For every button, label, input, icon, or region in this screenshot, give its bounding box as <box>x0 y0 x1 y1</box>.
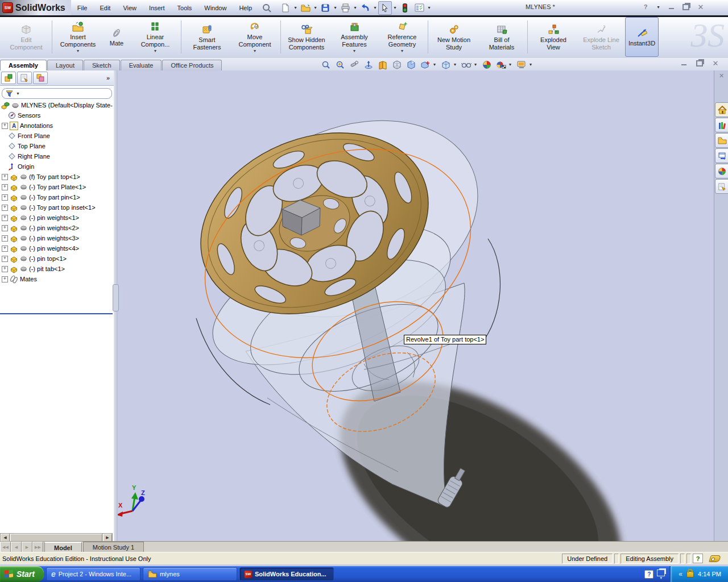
assembly-features-caret[interactable]: ▾ <box>353 48 355 53</box>
display-style-caret[interactable]: ▾ <box>474 62 479 67</box>
open-button[interactable] <box>299 1 312 15</box>
new-dropdown-caret[interactable]: ▾ <box>293 5 298 10</box>
doc-close-button[interactable]: ✕ <box>711 59 720 67</box>
expand-toggle[interactable]: + <box>2 246 8 252</box>
new-motion-study-button[interactable]: New Motion Study <box>430 17 478 57</box>
restore-button[interactable] <box>681 3 690 11</box>
linear-pattern-caret[interactable]: ▾ <box>154 48 156 53</box>
tree-row-sensors[interactable]: Sensors <box>8 110 40 120</box>
tree-row-origin[interactable]: Origin <box>8 161 34 172</box>
normal-to-icon[interactable] <box>362 59 375 70</box>
design-library-tab[interactable] <box>715 118 728 132</box>
show-hidden-components-button[interactable]: Show Hidden Components <box>283 17 330 57</box>
quick-tips-icon[interactable]: ? <box>693 554 703 563</box>
tree-row-right-plane[interactable]: Right Plane <box>8 151 50 161</box>
tree-row-component[interactable]: + (f) Toy part top<1> <box>0 172 80 182</box>
graphics-viewport[interactable]: X Y Z <box>118 70 714 541</box>
insert-components-caret[interactable]: ▾ <box>77 48 79 53</box>
reference-geometry-caret[interactable]: ▾ <box>401 48 403 53</box>
expand-toggle[interactable]: + <box>2 174 8 180</box>
reference-geometry-button[interactable]: Reference Geometry ▾ <box>378 17 426 57</box>
assembly-features-button[interactable]: Assembly Features ▾ <box>330 17 378 57</box>
magnified-selection-icon[interactable] <box>348 59 361 70</box>
tree-row-front-plane[interactable]: Front Plane <box>8 131 50 141</box>
move-component-button[interactable]: Move Component ▾ <box>231 17 279 57</box>
insert-components-button[interactable]: Insert Components ▾ <box>54 17 102 57</box>
tab-office-products[interactable]: Office Products <box>162 60 222 70</box>
expand-toggle[interactable]: + <box>2 123 8 129</box>
tree-row-component[interactable]: + (-) pin weights<3> <box>0 233 79 243</box>
filter-caret[interactable]: ▾ <box>15 91 20 96</box>
expand-toggle[interactable]: + <box>2 235 8 242</box>
tab-layout[interactable]: Layout <box>47 60 83 70</box>
camera-view-caret[interactable]: ▾ <box>530 62 534 67</box>
tree-row-component[interactable]: + (-) pin top<1> <box>0 253 67 264</box>
tree-row-component[interactable]: + (-) pin weights<1> <box>0 213 79 223</box>
camera-view-icon[interactable] <box>515 59 528 70</box>
edit-component-button[interactable]: Edit Component <box>2 17 50 57</box>
doc-restore-button[interactable] <box>695 59 704 67</box>
file-explorer-tab[interactable] <box>715 133 728 148</box>
next-tab-arrow[interactable]: ▶ <box>22 542 32 552</box>
help-notification-icon[interactable]: ? <box>644 570 653 579</box>
select-tool-button[interactable] <box>378 1 392 15</box>
prev-tab-arrow[interactable]: ◀ <box>11 542 22 552</box>
help-dropdown-caret[interactable]: ▾ <box>656 5 661 10</box>
start-button[interactable]: Start <box>0 566 44 582</box>
apply-scene-icon[interactable] <box>481 59 493 70</box>
tab-assembly[interactable]: Assembly <box>0 60 47 70</box>
featuremanager-tab[interactable] <box>1 72 16 84</box>
taskbar-item-mlynes-folder[interactable]: mlynes <box>143 567 237 581</box>
bill-of-materials-button[interactable]: Bill of Materials <box>478 17 526 57</box>
tree-row-annotations[interactable]: + A Annotations <box>0 120 53 131</box>
search-icon[interactable] <box>262 3 272 13</box>
menu-insert[interactable]: Insert <box>143 3 171 13</box>
expand-toggle[interactable]: + <box>2 205 8 211</box>
expand-toggle[interactable]: + <box>2 194 8 201</box>
lock-tray-icon[interactable] <box>686 571 694 577</box>
view-orientation-icon[interactable] <box>440 59 452 70</box>
home-tab[interactable] <box>715 102 728 117</box>
tree-row-component[interactable]: + (-) pit tab<1> <box>0 264 65 274</box>
tree-row-component[interactable]: + (-) Toy part top inset<1> <box>0 202 96 213</box>
tree-row-component[interactable]: + (-) Toy part Plate<1> <box>0 182 86 192</box>
close-button[interactable]: ✕ <box>696 3 705 11</box>
view-orientation-caret[interactable]: ▾ <box>454 62 458 67</box>
first-tab-arrow[interactable]: ◀◀ <box>0 542 11 552</box>
model-tab[interactable]: Model <box>44 542 82 552</box>
view-settings-caret[interactable]: ▾ <box>509 62 514 67</box>
splitter-grip[interactable] <box>113 284 119 311</box>
display-style-icon[interactable] <box>460 59 473 70</box>
tree-row-top-plane[interactable]: Top Plane <box>8 141 46 151</box>
section-view-icon[interactable] <box>377 59 389 70</box>
wireframe-icon[interactable] <box>391 59 403 70</box>
hide-show-items-caret[interactable]: ▾ <box>433 62 438 67</box>
exploded-view-button[interactable]: Exploded View <box>530 17 577 57</box>
hide-show-items-icon[interactable] <box>419 59 432 70</box>
menu-help[interactable]: Help <box>233 3 258 13</box>
expand-toggle[interactable]: + <box>2 184 8 190</box>
taskbar-item-solidworks[interactable]: SW SolidWorks Education... <box>239 567 334 581</box>
move-component-caret[interactable]: ▾ <box>254 48 256 53</box>
custom-properties-tab[interactable] <box>715 179 728 194</box>
configurationmanager-tab[interactable] <box>33 72 48 84</box>
undo-dropdown-caret[interactable]: ▾ <box>373 5 378 10</box>
shaded-view-icon[interactable] <box>405 59 417 70</box>
scrollbar-thumb[interactable] <box>10 534 102 542</box>
explode-line-sketch-button[interactable]: Explode Line Sketch <box>577 17 625 57</box>
minimize-button[interactable] <box>667 3 676 11</box>
smart-fasteners-button[interactable]: Smart Fasteners <box>183 17 231 57</box>
last-tab-arrow[interactable]: ▶▶ <box>32 542 43 552</box>
tree-row-root[interactable]: MLYNES (Default<Display State- <box>1 100 113 110</box>
tree-row-component[interactable]: + (-) pin weights<4> <box>0 243 79 253</box>
motion-study-tab[interactable]: Motion Study 1 <box>83 542 144 552</box>
expand-toggle[interactable]: + <box>2 266 8 272</box>
tree-row-mates[interactable]: + Mates <box>0 274 37 284</box>
view-settings-icon[interactable] <box>495 59 507 70</box>
scroll-left-arrow[interactable]: ◀ <box>1 534 10 542</box>
options-button[interactable] <box>412 1 426 15</box>
menu-file[interactable]: File <box>71 3 94 13</box>
tree-row-component[interactable]: + (-) Toy part pin<1> <box>0 192 80 202</box>
menu-window[interactable]: Window <box>198 3 233 13</box>
mate-button[interactable]: Mate <box>102 17 131 57</box>
